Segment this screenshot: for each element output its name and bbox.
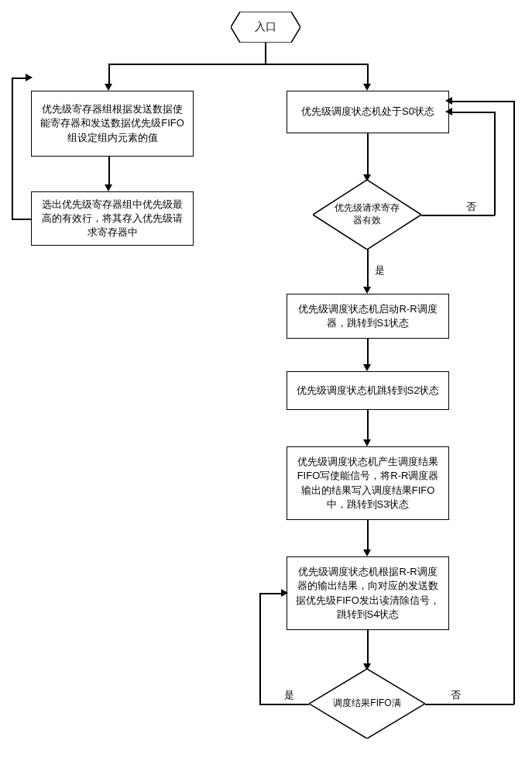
d2-yes-label: 是	[283, 688, 296, 702]
entry-node: 入口	[231, 12, 300, 43]
arrow-icon	[26, 74, 33, 81]
left-box-2: 选出优先级寄存器组中优先级最高的有效行，将其存入优先级请求寄存器中	[31, 191, 194, 246]
s1-box: 优先级调度状态机启动R-R调度器，跳转到S1状态	[287, 294, 449, 339]
s3-text: 优先级调度状态机产生调度结果FIFO写使能信号，将R-R调度器输出的结果写入调度…	[295, 455, 441, 512]
connector	[259, 593, 283, 594]
connector	[108, 64, 110, 85]
arrow-icon	[445, 97, 452, 105]
d1-diamond: 优先级请求寄存器有效	[313, 180, 421, 250]
arrow-icon	[363, 287, 371, 294]
connector	[367, 339, 369, 366]
s0-text: 优先级调度状态机处于S0状态	[301, 105, 434, 119]
connector	[259, 593, 261, 704]
s1-text: 优先级调度状态机启动R-R调度器，跳转到S1状态	[295, 302, 441, 330]
connector	[425, 704, 514, 705]
connector	[451, 112, 494, 113]
d1-yes-label: 是	[373, 264, 386, 277]
connector	[259, 704, 309, 705]
d2-no-label: 否	[449, 688, 462, 702]
s3-box: 优先级调度状态机产生调度结果FIFO写使能信号，将R-R调度器输出的结果写入调度…	[287, 446, 449, 520]
arrow-icon	[363, 364, 371, 371]
connector	[108, 157, 110, 186]
arrow-icon	[105, 84, 112, 91]
s0-box: 优先级调度状态机处于S0状态	[287, 91, 449, 133]
left-box-1: 优先级寄存器组根据发送数据使能寄存器和发送数据优先级FIFO组设定组内元素的值	[31, 91, 194, 157]
d1-no-label: 否	[465, 200, 478, 214]
arrow-icon	[363, 439, 371, 446]
connector	[12, 219, 31, 220]
connector	[12, 78, 13, 219]
s2-text: 优先级调度状态机跳转到S2状态	[297, 384, 440, 398]
connector	[367, 64, 369, 85]
d2-diamond: 调度结果FIFO满	[309, 669, 425, 739]
connector	[367, 520, 369, 551]
arrow-icon	[363, 84, 371, 91]
connector	[367, 630, 369, 665]
connector	[108, 64, 368, 65]
connector	[421, 215, 495, 216]
connector	[12, 78, 27, 79]
s4-text: 优先级调度状态机根据R-R调度器的输出结果，向对应的发送数据优先级FIFO发出读…	[295, 565, 441, 622]
connector	[265, 43, 266, 64]
connector	[513, 101, 515, 704]
arrow-icon	[105, 184, 112, 191]
d1-text: 优先级请求寄存器有效	[332, 202, 402, 226]
left-box-2-text: 选出优先级寄存器组中优先级最高的有效行，将其存入优先级请求寄存器中	[39, 198, 185, 240]
connector	[494, 112, 496, 215]
connector	[367, 410, 369, 441]
entry-label: 入口	[255, 20, 276, 34]
connector	[367, 133, 369, 176]
connector	[451, 101, 513, 102]
arrow-icon	[281, 589, 288, 597]
s2-box: 优先级调度状态机跳转到S2状态	[287, 371, 449, 410]
d2-text: 调度结果FIFO满	[328, 698, 406, 710]
arrow-icon	[445, 108, 452, 115]
s4-box: 优先级调度状态机根据R-R调度器的输出结果，向对应的发送数据优先级FIFO发出读…	[287, 556, 449, 630]
connector	[367, 250, 369, 288]
arrow-icon	[363, 549, 371, 556]
left-box-1-text: 优先级寄存器组根据发送数据使能寄存器和发送数据优先级FIFO组设定组内元素的值	[39, 102, 185, 145]
